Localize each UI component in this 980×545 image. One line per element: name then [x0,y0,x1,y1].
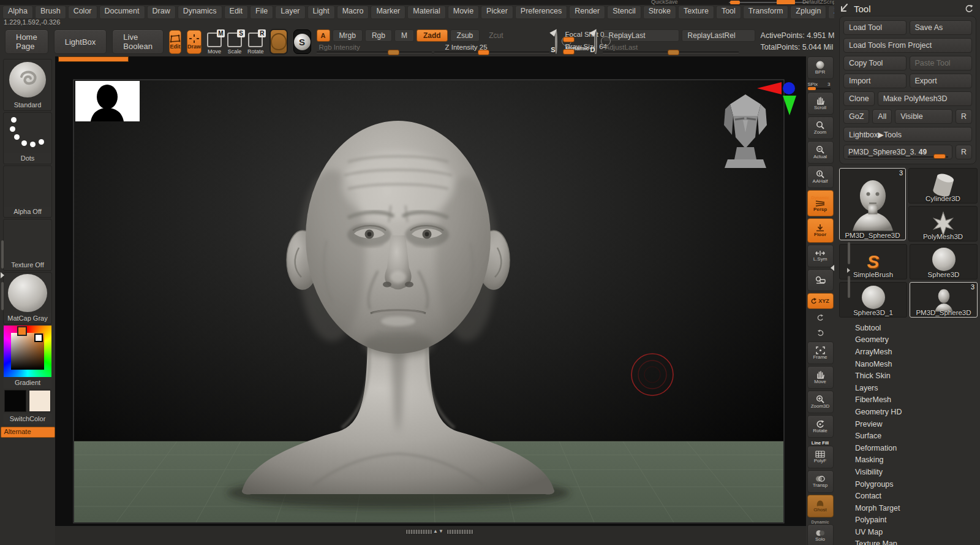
edit-mode-button[interactable]: Edit [169,30,181,54]
floor-button[interactable]: Floor [807,218,834,243]
menu-item[interactable]: Render [569,6,605,19]
menu-item[interactable]: Picker [481,6,513,19]
scroll-button[interactable]: Scroll [807,92,834,115]
menu-item[interactable]: Draw [147,6,176,19]
subpalette-header[interactable]: Subtool [839,322,976,334]
replay-last-rel-button[interactable]: ReplayLastRel [682,29,755,42]
goz-visible-button[interactable]: Visible [895,109,952,124]
scroll-arrows[interactable]: ▲▼ [433,528,444,534]
restore-icon[interactable] [965,4,974,13]
alpha-badge[interactable]: A [317,29,330,42]
thumb-pm3d-sphere3d-small[interactable]: 3 PM3D_Sphere3D [910,282,978,318]
polyf-button[interactable]: PolyF [807,446,834,468]
tool-name-r-button[interactable]: R [956,145,972,159]
clone-button[interactable]: Clone [843,91,875,106]
subpalette-header[interactable]: ArrayMesh [839,346,976,358]
gradient-label[interactable]: Gradient [4,378,51,388]
local-button[interactable] [807,269,834,291]
menu-item[interactable]: Stroke [643,6,676,19]
zoom-button[interactable]: Zoom [807,116,834,139]
menu-item[interactable]: Preferences [515,6,567,19]
rgb-button[interactable]: Rgb [365,29,392,42]
zcut-button[interactable]: Zcut [482,29,510,42]
frame-button[interactable]: Frame [807,341,834,364]
subpalette-header[interactable]: NanoMesh [839,358,976,370]
toolpanel-scroll-arrow[interactable] [847,268,850,273]
goz-all-button[interactable]: All [872,109,892,124]
tray-expand-arrow[interactable] [1,272,4,278]
subpalette-header[interactable]: Deformation [839,442,976,454]
brush-slot[interactable]: Standard [3,59,52,111]
rotate-z-button[interactable] [807,326,834,340]
import-button[interactable]: Import [843,74,907,88]
move-3d-button[interactable]: Move [807,366,834,389]
subpalette-header[interactable]: UV Map [839,526,976,538]
copy-tool-button[interactable]: Copy Tool [843,56,907,71]
zoom3d-button[interactable]: Zoom3D [807,391,834,413]
bpr-button[interactable]: BPR [807,56,834,79]
rotate3d-button[interactable]: Rotate [807,415,834,438]
thumb-pm3d-sphere3d-big[interactable]: 3 PM3D_Sphere3D [839,168,906,240]
subpalette-header[interactable]: FiberMesh [839,394,976,406]
menu-item[interactable]: Color [68,6,97,19]
switchcolor-label[interactable]: SwitchColor [4,414,51,424]
adjust-curve-icon[interactable]: D [594,29,597,54]
thumb-cylinder3d[interactable]: Cylinder3D [908,168,978,204]
tool-name-slider[interactable]: PM3D_Sphere3D_3.49 [843,145,952,159]
rotate-mode-button[interactable]: R Rotate [247,29,264,55]
thumb-sphere3d[interactable]: Sphere3D [910,244,978,280]
menu-item[interactable]: Edit [224,6,249,19]
subpalette-header[interactable]: Morph Target [839,502,976,514]
zadd-button[interactable]: Zadd [417,29,448,42]
make-polymesh3d-button[interactable]: Make PolyMesh3D [878,91,972,106]
tray-scrollbar-segment2[interactable] [1,282,4,310]
timeline-bar-left[interactable] [405,529,432,535]
actual-button[interactable]: Actual [807,141,834,164]
stroke-curve-icon[interactable]: S [555,29,557,54]
subpalette-header[interactable]: Polypaint [839,514,976,527]
subpalette-header[interactable]: Geometry [839,334,976,346]
lsym-button[interactable]: L.Sym [807,245,834,267]
material-slot[interactable]: MatCap Gray [3,272,52,324]
current-brush-selector[interactable] [270,29,288,55]
menu-item[interactable]: Macro [337,6,369,19]
home-page-button[interactable]: Home Page [5,29,48,54]
menu-item[interactable]: Tool [716,6,741,19]
replay-last-button[interactable]: ReplayLast [603,29,679,42]
menu-item[interactable]: Zplugin [790,6,826,19]
scale-mode-button[interactable]: S Scale [227,29,242,55]
menu-item[interactable]: Transform [743,6,789,19]
tray-scrollbar-segment[interactable] [1,240,4,269]
paste-tool-button[interactable]: Paste Tool [910,56,973,71]
zsub-button[interactable]: Zsub [450,29,480,42]
subpalette-header[interactable]: Thick Skin [839,370,976,382]
alternate-button[interactable]: Alternate [1,427,55,438]
secondary-color-swatch[interactable] [29,390,51,412]
m-button[interactable]: M [394,29,414,42]
move-mode-button[interactable]: M Move [207,29,222,55]
export-button[interactable]: Export [910,74,973,88]
menu-item[interactable]: Stencil [607,6,641,19]
thumb-polymesh3d[interactable]: PolyMesh3D [908,206,978,242]
goz-button[interactable]: GoZ [843,109,869,124]
timeline-bar-right[interactable] [447,529,473,535]
draw-mode-button[interactable]: Draw [187,30,202,54]
pick-icon[interactable] [839,3,849,14]
mrgb-button[interactable]: Mrgb [333,29,363,42]
lightbox-button[interactable]: LightBox [54,29,107,54]
toolpanel-scroll-segment2[interactable] [848,276,850,298]
persp-button[interactable]: Dynamic Persp [807,190,834,216]
goz-r-button[interactable]: R [956,109,972,124]
hue-handle[interactable] [17,326,27,336]
menu-item[interactable]: Marker [371,6,405,19]
menu-item[interactable]: Light [307,6,335,19]
subpalette-header[interactable]: Visibility [839,466,976,478]
toolpanel-scroll-segment[interactable] [848,242,850,264]
live-boolean-button[interactable]: Live Boolean [112,29,164,54]
menu-item[interactable]: Material [407,6,445,19]
strip-orange-button[interactable] [777,0,795,4]
rgb-intensity-slider[interactable]: Rgb Intensity [317,44,432,54]
ghost-button[interactable]: Ghost [807,495,834,517]
load-tools-from-project-button[interactable]: Load Tools From Project [843,38,972,53]
subpalette-header[interactable]: Layers [839,382,976,394]
